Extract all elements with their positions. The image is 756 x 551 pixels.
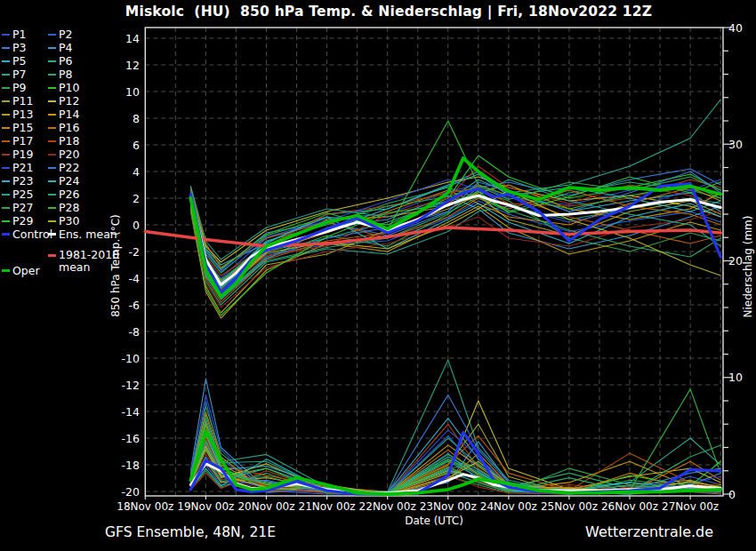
legend-item-p2: P2 — [48, 28, 123, 41]
legend-item-control: Control — [2, 228, 48, 241]
legend-swatch — [48, 207, 56, 209]
svg-text:19Nov 00z: 19Nov 00z — [177, 500, 234, 513]
legend-item-p8: P8 — [48, 68, 123, 81]
legend-swatch — [48, 233, 56, 236]
left-axis-title: 850 hPa Temp. (°C) — [109, 214, 122, 317]
svg-text:12: 12 — [125, 59, 140, 72]
legend-item-p18: P18 — [48, 134, 123, 148]
legend-item-p1: P1 — [2, 28, 48, 41]
legend-label: P12 — [59, 94, 79, 108]
legend-label: P11 — [12, 94, 33, 108]
legend-label: P19 — [12, 148, 33, 161]
legend-item-p10: P10 — [48, 81, 123, 94]
legend-item-p21: P21 — [2, 161, 48, 174]
svg-text:22Nov 00z: 22Nov 00z — [359, 500, 416, 513]
legend-item-p12: P12 — [48, 94, 123, 108]
svg-text:21Nov 00z: 21Nov 00z — [299, 500, 356, 513]
legend-label: P9 — [12, 81, 27, 94]
svg-text:40: 40 — [728, 21, 743, 35]
legend-label: Control — [12, 228, 52, 241]
legend-label: P4 — [59, 41, 73, 54]
legend-swatch — [2, 269, 10, 272]
legend-item-p5: P5 — [2, 54, 48, 68]
legend-swatch — [48, 74, 56, 76]
legend-swatch — [2, 114, 10, 116]
legend-label: P24 — [59, 174, 79, 188]
svg-text:10: 10 — [728, 371, 743, 384]
legend-label: P8 — [59, 68, 73, 81]
legend-item-p15: P15 — [2, 121, 48, 134]
legend-swatch — [2, 180, 10, 182]
svg-text:8: 8 — [133, 112, 140, 125]
legend-item-p26: P26 — [48, 188, 123, 201]
svg-text:-2: -2 — [129, 245, 140, 259]
legend-item-p20: P20 — [48, 148, 123, 161]
legend-item-p7: P7 — [2, 68, 48, 81]
legend-swatch — [48, 140, 56, 142]
svg-text:24Nov 00z: 24Nov 00z — [480, 500, 537, 513]
legend-item-p9: P9 — [2, 81, 48, 94]
legend-swatch — [48, 60, 56, 62]
legend-item-p24: P24 — [48, 174, 123, 188]
meteogram-page: { "header": { "title": "Miskolc (HU) 850… — [0, 0, 756, 551]
legend-item-p16: P16 — [48, 121, 123, 134]
legend-label: P13 — [12, 108, 33, 121]
svg-text:-4: -4 — [129, 272, 141, 285]
legend-swatch — [2, 167, 10, 169]
legend-swatch — [2, 74, 10, 76]
svg-text:-10: -10 — [122, 352, 140, 365]
legend-item-p25: P25 — [2, 188, 48, 201]
legend-label: P15 — [12, 121, 33, 134]
x-axis-title: Date (UTC) — [405, 515, 463, 527]
legend-item-p14: P14 — [48, 108, 123, 121]
legend-label: P1 — [12, 28, 27, 41]
legend-item-oper: Oper — [2, 264, 48, 277]
svg-text:-14: -14 — [122, 405, 140, 419]
legend-swatch — [2, 87, 10, 89]
legend-swatch — [48, 220, 56, 222]
legend-label: Ens. mean — [59, 228, 117, 241]
legend-label: P21 — [12, 161, 33, 174]
legend-swatch — [48, 100, 56, 102]
legend-item-p28: P28 — [48, 201, 123, 214]
legend-column-1: P1P3P5P7P9P11P13P15P17P19P21P23P25P27P29… — [2, 28, 48, 277]
right-axis-title: Niederschlag (mm) — [742, 216, 754, 318]
svg-text:-12: -12 — [122, 379, 140, 392]
legend-swatch — [2, 207, 10, 209]
legend-item-p4: P4 — [48, 41, 123, 54]
legend-swatch — [2, 100, 10, 102]
svg-text:6: 6 — [133, 139, 140, 152]
legend-label: P3 — [12, 41, 27, 54]
legend-label: P6 — [59, 54, 73, 68]
svg-text:20Nov 00z: 20Nov 00z — [237, 500, 294, 513]
legend-label: P26 — [59, 188, 79, 201]
legend-label: P5 — [12, 54, 27, 68]
legend-swatch — [2, 233, 10, 236]
legend-swatch — [48, 34, 56, 36]
svg-text:25Nov 00z: 25Nov 00z — [541, 500, 598, 513]
legend-label: P28 — [59, 201, 79, 214]
legend-label: P18 — [59, 134, 79, 148]
svg-text:27Nov 00z: 27Nov 00z — [662, 500, 719, 513]
legend-swatch — [48, 194, 56, 196]
svg-text:-16: -16 — [122, 432, 140, 445]
legend-swatch — [2, 127, 10, 129]
svg-text:-6: -6 — [129, 299, 141, 312]
svg-text:30: 30 — [728, 138, 743, 151]
svg-text:4: 4 — [133, 165, 140, 179]
svg-text:14: 14 — [125, 32, 140, 45]
legend-swatch — [2, 60, 10, 62]
legend-swatch — [2, 220, 10, 222]
model-info-text: GFS Ensemble, 48N, 21E — [105, 524, 276, 540]
legend-label: P2 — [59, 28, 73, 41]
legend-label: P27 — [12, 201, 33, 214]
svg-text:0: 0 — [133, 219, 140, 232]
legend-swatch — [48, 47, 56, 49]
legend-swatch — [48, 127, 56, 129]
legend-label: P17 — [12, 134, 33, 148]
legend-item-p23: P23 — [2, 174, 48, 188]
legend-swatch — [48, 167, 56, 169]
legend-item-p27: P27 — [2, 201, 48, 214]
svg-text:18Nov 00z: 18Nov 00z — [117, 500, 173, 513]
legend-item-p19: P19 — [2, 148, 48, 161]
